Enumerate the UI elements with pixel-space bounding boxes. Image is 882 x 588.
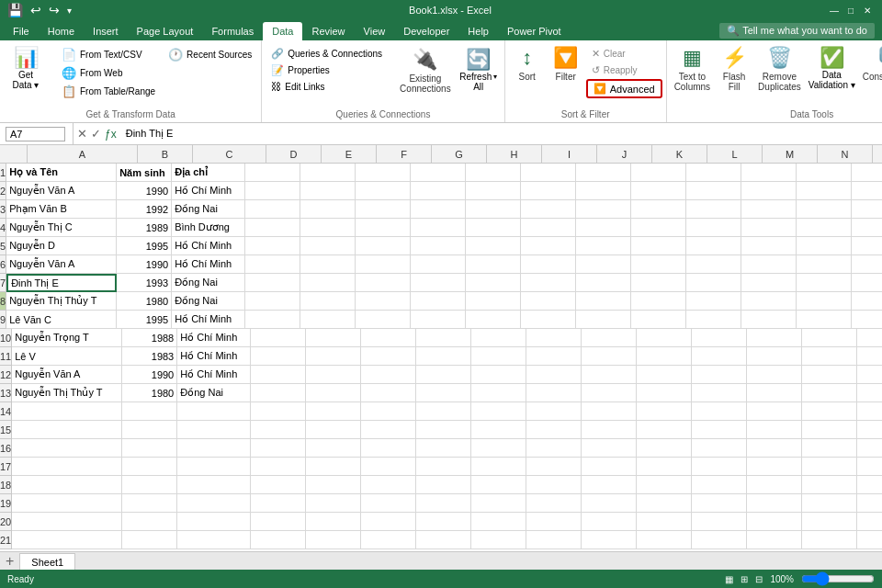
cell-13-4[interactable] — [306, 384, 361, 402]
cell-15-13[interactable] — [802, 421, 857, 439]
cell-5-0[interactable]: Nguyễn D — [6, 237, 117, 255]
cell-6-14[interactable] — [852, 255, 882, 274]
cell-12-0[interactable]: Nguyễn Văn A — [12, 366, 122, 384]
cell-6-8[interactable] — [521, 255, 576, 274]
cell-11-2[interactable]: Hồ Chí Minh — [177, 347, 251, 366]
cell-7-4[interactable] — [300, 274, 356, 292]
cell-4-10[interactable] — [631, 219, 686, 237]
cell-1-5[interactable] — [356, 164, 411, 182]
cell-12-7[interactable] — [471, 366, 526, 384]
cell-13-7[interactable] — [471, 384, 526, 402]
cell-17-9[interactable] — [582, 458, 637, 476]
cell-4-14[interactable] — [852, 219, 882, 237]
cell-20-1[interactable] — [122, 513, 177, 531]
row-header-3[interactable]: 3 — [0, 200, 6, 219]
cell-11-9[interactable] — [582, 347, 637, 366]
cell-18-2[interactable] — [177, 476, 251, 494]
cell-3-2[interactable]: Đồng Nai — [172, 200, 245, 219]
cell-15-10[interactable] — [637, 421, 692, 439]
cell-9-9[interactable] — [576, 311, 631, 329]
cell-2-14[interactable] — [852, 182, 882, 200]
cell-21-8[interactable] — [526, 531, 582, 549]
cell-12-5[interactable] — [361, 366, 416, 384]
cell-2-2[interactable]: Hồ Chí Minh — [172, 182, 245, 200]
cell-2-11[interactable] — [686, 182, 741, 200]
cell-21-9[interactable] — [582, 531, 637, 549]
cell-10-11[interactable] — [692, 329, 747, 347]
cell-3-6[interactable] — [411, 200, 466, 219]
col-header-F[interactable]: F — [377, 145, 432, 164]
cell-17-12[interactable] — [747, 458, 802, 476]
cell-4-4[interactable] — [300, 219, 356, 237]
row-header-10[interactable]: 10 — [0, 329, 12, 347]
cell-18-4[interactable] — [306, 476, 361, 494]
row-header-4[interactable]: 4 — [0, 219, 6, 237]
cell-9-2[interactable]: Hồ Chí Minh — [172, 311, 245, 329]
confirm-formula-icon[interactable]: ✓ — [91, 127, 101, 141]
cell-18-10[interactable] — [637, 476, 692, 494]
cell-14-14[interactable] — [857, 402, 882, 421]
tab-page-layout[interactable]: Page Layout — [128, 22, 203, 40]
cell-10-3[interactable] — [251, 329, 306, 347]
maximize-button[interactable]: □ — [843, 3, 858, 17]
cell-5-8[interactable] — [521, 237, 576, 255]
cell-2-7[interactable] — [466, 182, 521, 200]
cell-18-13[interactable] — [802, 476, 857, 494]
cell-5-3[interactable] — [245, 237, 300, 255]
cell-10-5[interactable] — [361, 329, 416, 347]
minimize-button[interactable]: — — [827, 3, 842, 17]
cell-15-11[interactable] — [692, 421, 747, 439]
page-break-button[interactable]: ⊟ — [755, 574, 763, 584]
data-validation-button[interactable]: ✅ Data Validation ▾ — [807, 44, 857, 92]
cell-9-4[interactable] — [300, 311, 356, 329]
cell-12-12[interactable] — [747, 366, 802, 384]
cell-17-6[interactable] — [416, 458, 471, 476]
from-table-range-button[interactable]: 📋 From Table/Range — [56, 83, 161, 100]
cell-2-4[interactable] — [300, 182, 356, 200]
cell-2-8[interactable] — [521, 182, 576, 200]
cell-7-13[interactable] — [797, 274, 852, 292]
cell-19-7[interactable] — [471, 494, 526, 513]
cell-12-1[interactable]: 1990 — [122, 366, 177, 384]
cell-18-9[interactable] — [582, 476, 637, 494]
cell-7-3[interactable] — [245, 274, 300, 292]
cell-5-13[interactable] — [797, 237, 852, 255]
cell-21-3[interactable] — [251, 531, 306, 549]
flash-fill-button[interactable]: ⚡ FlashFill — [716, 44, 752, 94]
tell-me-box[interactable]: 🔍 Tell me what you want to do — [719, 23, 875, 39]
cell-5-5[interactable] — [356, 237, 411, 255]
cell-12-6[interactable] — [416, 366, 471, 384]
cell-17-13[interactable] — [802, 458, 857, 476]
cell-4-8[interactable] — [521, 219, 576, 237]
cell-19-10[interactable] — [637, 494, 692, 513]
undo-button[interactable]: ↩ — [28, 3, 43, 17]
cell-3-8[interactable] — [521, 200, 576, 219]
cell-19-13[interactable] — [802, 494, 857, 513]
cell-9-11[interactable] — [686, 311, 741, 329]
cell-14-5[interactable] — [361, 402, 416, 421]
cell-12-3[interactable] — [251, 366, 306, 384]
cell-12-2[interactable]: Hồ Chí Minh — [177, 366, 251, 384]
cell-21-11[interactable] — [692, 531, 747, 549]
cell-14-2[interactable] — [177, 402, 251, 421]
cell-21-5[interactable] — [361, 531, 416, 549]
cell-15-0[interactable] — [12, 421, 122, 439]
cell-9-0[interactable]: Lê Văn C — [6, 311, 117, 329]
cell-8-10[interactable] — [631, 292, 686, 311]
cell-7-8[interactable] — [521, 274, 576, 292]
cell-11-7[interactable] — [471, 347, 526, 366]
cell-9-1[interactable]: 1995 — [117, 311, 172, 329]
cell-20-10[interactable] — [637, 513, 692, 531]
row-header-21[interactable]: 21 — [0, 531, 12, 549]
row-header-17[interactable]: 17 — [0, 458, 12, 476]
from-text-csv-button[interactable]: 📄 From Text/CSV — [56, 46, 161, 63]
insert-function-icon[interactable]: ƒx — [105, 128, 117, 141]
cell-14-10[interactable] — [637, 402, 692, 421]
cell-16-13[interactable] — [802, 439, 857, 458]
tab-power-pivot[interactable]: Power Pivot — [498, 22, 571, 40]
cell-7-1[interactable]: 1993 — [117, 274, 172, 292]
sheet-tab-sheet1[interactable]: Sheet1 — [19, 553, 75, 570]
cell-18-8[interactable] — [526, 476, 582, 494]
cell-15-7[interactable] — [471, 421, 526, 439]
cell-10-9[interactable] — [582, 329, 637, 347]
